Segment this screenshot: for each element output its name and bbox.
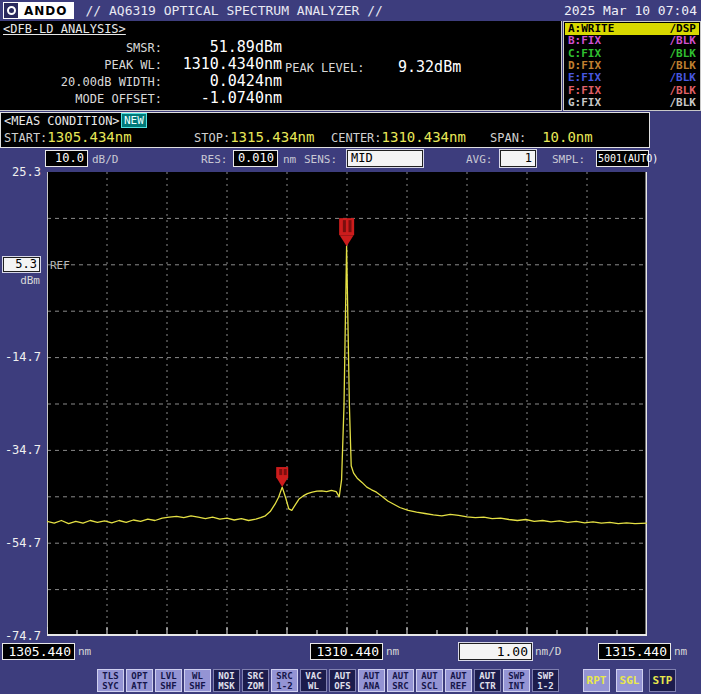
datetime: 2025 Mar 10 07:04 xyxy=(564,3,697,18)
softkey-src-zom[interactable]: SRC ZOM xyxy=(242,669,269,692)
res-unit: nm xyxy=(283,153,296,166)
peak-wl-label: PEAK WL: xyxy=(0,58,162,72)
trace-row-b[interactable]: B:FIX /BLK xyxy=(565,35,699,47)
x-stop-field[interactable]: 1315.440 xyxy=(598,643,671,660)
trace-row-g[interactable]: G:FIX /BLK xyxy=(565,97,699,109)
softkey-noi-msk[interactable]: NOI MSK xyxy=(213,669,240,692)
trace-row-e[interactable]: E:FIX /BLK xyxy=(565,72,699,84)
analysis-title: <DFB-LD ANALYSIS> xyxy=(3,22,126,36)
width-value: 0.0424nm xyxy=(162,72,282,90)
trace-f-name: F:FIX xyxy=(568,85,601,97)
softkey-rpt[interactable]: RPT xyxy=(583,669,610,692)
softkey-bar: TLS SYCOPT ATTLVL SHFWL SHFNOI MSKSRC ZO… xyxy=(97,669,676,692)
analysis-row-smsr: SMSR: 51.89dBm xyxy=(0,38,282,55)
y-tick-m54: -54.7 xyxy=(0,536,41,550)
y-tick-m74: -74.7 xyxy=(0,629,41,643)
trace-g-name: G:FIX xyxy=(568,97,601,109)
softkey-swp-1-2[interactable]: SWP 1-2 xyxy=(532,669,559,692)
softkey-src-1-2[interactable]: SRC 1-2 xyxy=(271,669,298,692)
mode-offset-label: MODE OFFSET: xyxy=(0,92,162,106)
start-field[interactable]: START: 1305.434nm xyxy=(4,129,132,145)
x-center-group: 1310.440 nm xyxy=(310,643,399,660)
x-stop-group: 1315.440 nm xyxy=(598,643,687,660)
softkey-stp[interactable]: STP xyxy=(649,669,676,692)
ando-emblem-icon xyxy=(4,3,19,18)
start-value: 1305.434nm xyxy=(47,129,131,145)
peak-level-label: PEAK LEVEL: xyxy=(285,61,364,75)
x-scale-field[interactable]: 1.00 xyxy=(459,643,532,660)
x-center-unit: nm xyxy=(386,645,399,658)
x-scale-group: 1.00 nm/D xyxy=(459,643,562,660)
trace-d-mode: /BLK xyxy=(670,60,697,72)
y-axis-unit: dBm xyxy=(0,274,40,287)
trace-d-name: D:FIX xyxy=(568,60,601,72)
meas-condition-panel: <MEAS CONDITION> NEW START: 1305.434nm S… xyxy=(0,112,650,148)
softkey-vac-wl[interactable]: VAC WL xyxy=(300,669,327,692)
sens-field[interactable]: MID xyxy=(347,150,423,167)
trace-row-a[interactable]: A:WRITE /DSP xyxy=(565,23,699,35)
analysis-row-mode-offset: MODE OFFSET: -1.0740nm xyxy=(0,89,282,106)
res-field[interactable]: 0.010 xyxy=(233,150,278,167)
mode-offset-value: -1.0740nm xyxy=(162,89,282,107)
center-label: CENTER: xyxy=(331,131,382,145)
span-label: SPAN: xyxy=(490,131,526,145)
ref-level-field[interactable]: 5.3 xyxy=(3,257,40,272)
osa-screen: ANDO // AQ6319 OPTICAL SPECTRUM ANALYZER… xyxy=(0,0,701,694)
softkey-wl-shf[interactable]: WL SHF xyxy=(184,669,211,692)
softkey-aut-ana[interactable]: AUT ANA xyxy=(358,669,385,692)
start-label: START: xyxy=(4,131,47,145)
softkey-sgl[interactable]: SGL xyxy=(616,669,643,692)
softkey-lvl-shf[interactable]: LVL SHF xyxy=(155,669,182,692)
smpl-label: SMPL: xyxy=(552,153,585,166)
y-tick-m34: -34.7 xyxy=(0,443,41,457)
trace-row-c[interactable]: C:FIX /BLK xyxy=(565,48,699,60)
trace-c-mode: /BLK xyxy=(670,48,697,60)
softkey-aut-ref[interactable]: AUT REF xyxy=(445,669,472,692)
stop-label: STOP: xyxy=(194,131,230,145)
span-value: 10.0nm xyxy=(542,129,593,145)
width-label: 20.00dB WIDTH: xyxy=(0,75,162,89)
stop-field[interactable]: STOP: 1315.434nm xyxy=(194,129,314,145)
dfb-ld-analysis-panel: <DFB-LD ANALYSIS> SMSR: 51.89dBm PEAK WL… xyxy=(0,21,562,111)
avg-field[interactable]: 1 xyxy=(500,150,536,167)
avg-label: AVG: xyxy=(466,153,493,166)
softkey-aut-ctr[interactable]: AUT CTR xyxy=(474,669,501,692)
softkey-aut-ofs[interactable]: AUT OFS xyxy=(329,669,356,692)
softkey-swp-int[interactable]: SWP INT xyxy=(503,669,530,692)
new-badge: NEW xyxy=(121,113,147,128)
trace-row-d[interactable]: D:FIX /BLK xyxy=(565,60,699,72)
trace-f-mode: /BLK xyxy=(670,85,697,97)
peak-marker-2 xyxy=(276,467,288,487)
spectrum-plot: REF xyxy=(47,172,647,636)
softkey-aut-scl[interactable]: AUT SCL xyxy=(416,669,443,692)
ando-logo-text: ANDO xyxy=(19,4,73,18)
y-tick-m14: -14.7 xyxy=(0,350,41,364)
x-start-group: 1305.440 nm xyxy=(2,643,91,660)
x-center-field[interactable]: 1310.440 xyxy=(310,643,383,660)
header-bar: ANDO // AQ6319 OPTICAL SPECTRUM ANALYZER… xyxy=(0,0,701,21)
spectrum-chart: REF xyxy=(47,172,647,636)
smpl-field[interactable]: 5001(AUTO) xyxy=(596,150,649,167)
trace-a-line xyxy=(47,246,647,524)
peak-wl-value: 1310.4340nm xyxy=(162,55,282,73)
trace-row-f[interactable]: F:FIX /BLK xyxy=(565,84,699,96)
x-start-field[interactable]: 1305.440 xyxy=(2,643,75,660)
trace-g-mode: /BLK xyxy=(670,97,697,109)
db-per-div-unit: dB/D xyxy=(92,153,119,166)
stop-value: 1315.434nm xyxy=(230,129,314,145)
softkey-opt-att[interactable]: OPT ATT xyxy=(126,669,153,692)
settings-row: 10.0 dB/D RES: 0.010 nm SENS: MID AVG: 1… xyxy=(0,149,701,170)
db-per-div-field[interactable]: 10.0 xyxy=(45,150,88,167)
page-title: // AQ6319 OPTICAL SPECTRUM ANALYZER // xyxy=(86,3,383,18)
x-start-unit: nm xyxy=(78,645,91,658)
peak-marker-1 xyxy=(339,218,354,246)
span-field[interactable]: SPAN: 10.0nm xyxy=(490,129,593,145)
x-scale-unit: nm/D xyxy=(535,645,562,658)
analysis-row-width: 20.00dB WIDTH: 0.0424nm xyxy=(0,72,282,89)
sens-label: SENS: xyxy=(304,153,337,166)
softkey-tls-syc[interactable]: TLS SYC xyxy=(97,669,124,692)
center-field[interactable]: CENTER: 1310.434nm xyxy=(331,129,466,145)
trace-b-name: B:FIX xyxy=(568,35,601,47)
smsr-label: SMSR: xyxy=(0,41,162,55)
softkey-aut-src[interactable]: AUT SRC xyxy=(387,669,414,692)
